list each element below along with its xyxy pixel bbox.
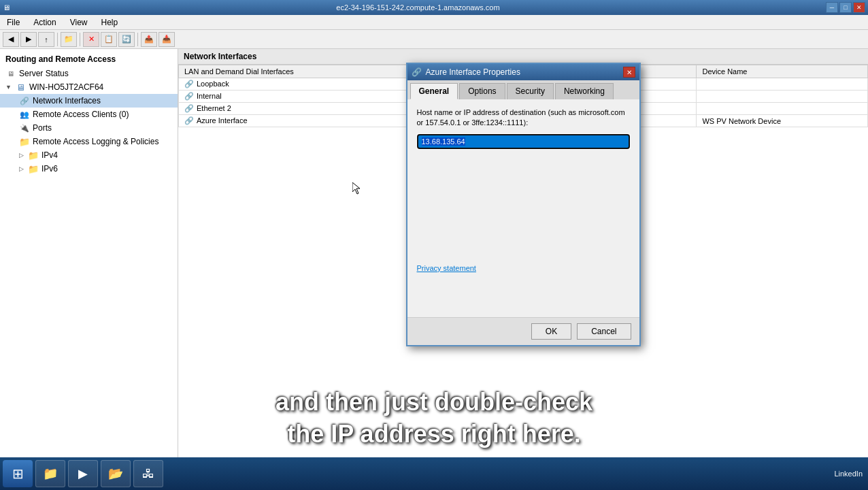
sidebar-label-ports: Ports bbox=[33, 123, 52, 133]
logging-icon: 📁 bbox=[19, 136, 30, 147]
toolbar: ◀ ▶ ↑ 📁 ✕ 📋 🔄 📤 📥 bbox=[0, 30, 868, 49]
ipv6-expand-icon: ▷ bbox=[19, 165, 24, 172]
toolbar-up[interactable]: ↑ bbox=[38, 32, 54, 47]
taskbar-linkedin[interactable]: LinkedIn bbox=[831, 468, 865, 479]
sidebar-label-ipv4: IPv4 bbox=[41, 150, 58, 160]
taskbar-network[interactable]: 🖧 bbox=[133, 460, 163, 487]
cancel-button[interactable]: Cancel bbox=[577, 323, 631, 340]
menu-help[interactable]: Help bbox=[97, 16, 122, 29]
menu-bar: File Action View Help bbox=[0, 15, 868, 30]
ipv4-icon: 📁 bbox=[28, 150, 39, 161]
dialog-title-bar: 🔗 Azure Interface Properties ✕ bbox=[407, 64, 639, 80]
taskbar-right: LinkedIn bbox=[831, 468, 865, 479]
taskbar-folder[interactable]: 📂 bbox=[101, 460, 131, 487]
menu-file[interactable]: File bbox=[3, 16, 24, 29]
menu-action[interactable]: Action bbox=[29, 16, 60, 29]
sidebar-label-remote-logging: Remote Access Logging & Policies bbox=[33, 137, 158, 146]
toolbar-properties[interactable]: 📋 bbox=[101, 32, 117, 47]
privacy-statement-link[interactable]: Privacy statement bbox=[417, 264, 476, 272]
toolbar-sep1 bbox=[57, 33, 58, 46]
maximize-button[interactable]: □ bbox=[839, 2, 852, 13]
tab-options[interactable]: Options bbox=[459, 83, 505, 99]
ports-icon: 🔌 bbox=[19, 122, 30, 133]
sidebar-item-network-interfaces[interactable]: 🔗 Network Interfaces bbox=[0, 94, 178, 108]
toolbar-back[interactable]: ◀ bbox=[3, 32, 19, 47]
net-interfaces-icon: 🔗 bbox=[19, 95, 30, 106]
toolbar-import[interactable]: 📥 bbox=[158, 32, 175, 47]
sidebar-label-server-status: Server Status bbox=[19, 69, 69, 78]
sidebar-label-ipv6: IPv6 bbox=[41, 164, 58, 174]
sidebar-item-server-status[interactable]: 🖥 Server Status bbox=[0, 67, 178, 80]
title-bar: 🖥 ec2-34-196-151-242.compute-1.amazonaws… bbox=[0, 0, 868, 15]
server-icon: 🖥 bbox=[5, 68, 16, 79]
tab-networking[interactable]: Networking bbox=[555, 83, 614, 99]
close-button[interactable]: ✕ bbox=[853, 2, 865, 13]
title-bar-controls[interactable]: ─ □ ✕ bbox=[826, 2, 865, 13]
sidebar-label-computer: WIN-HO5JT2ACF64 bbox=[29, 82, 103, 92]
dialog-overlay: 🔗 Azure Interface Properties ✕ General O… bbox=[178, 49, 868, 457]
start-button[interactable]: ⊞ bbox=[3, 460, 33, 487]
taskbar-file-explorer[interactable]: 📁 bbox=[35, 460, 65, 487]
remote-clients-icon: 👥 bbox=[19, 109, 30, 120]
ipv4-expand-icon: ▷ bbox=[19, 152, 24, 159]
taskbar: ⊞ 📁 ▶ 📂 🖧 LinkedIn bbox=[0, 457, 868, 490]
toolbar-export[interactable]: 📤 bbox=[141, 32, 157, 47]
expand-icon: ▼ bbox=[5, 84, 12, 91]
title-bar-title: ec2-34-196-151-242.compute-1.amazonaws.c… bbox=[10, 3, 826, 12]
sidebar-item-remote-access-clients[interactable]: 👥 Remote Access Clients (0) bbox=[0, 108, 178, 121]
taskbar-terminal[interactable]: ▶ bbox=[68, 460, 98, 487]
sidebar-item-ipv4[interactable]: ▷ 📁 IPv4 bbox=[0, 148, 178, 162]
sidebar-title: Routing and Remote Access bbox=[0, 52, 178, 67]
toolbar-sep2 bbox=[80, 33, 80, 46]
dialog-close-button[interactable]: ✕ bbox=[623, 67, 635, 78]
minimize-button[interactable]: ─ bbox=[826, 2, 838, 13]
sidebar-label-network-interfaces: Network Interfaces bbox=[33, 96, 101, 105]
app-icon: 🖥 bbox=[3, 3, 10, 12]
toolbar-forward[interactable]: ▶ bbox=[20, 32, 37, 47]
ok-button[interactable]: OK bbox=[531, 323, 571, 340]
content-area: Network Interfaces LAN and Demand Dial I… bbox=[178, 49, 868, 457]
dialog-description: Host name or IP address of destination (… bbox=[417, 108, 630, 129]
main-area: Routing and Remote Access 🖥 Server Statu… bbox=[0, 49, 868, 457]
dialog-bottom-bar: OK Cancel bbox=[407, 317, 639, 345]
sidebar: Routing and Remote Access 🖥 Server Statu… bbox=[0, 49, 178, 457]
menu-view[interactable]: View bbox=[66, 16, 92, 29]
computer-icon: 🖥 bbox=[16, 82, 27, 93]
azure-properties-dialog: 🔗 Azure Interface Properties ✕ General O… bbox=[406, 63, 641, 346]
title-bar-left: 🖥 bbox=[3, 3, 10, 12]
dialog-content: Host name or IP address of destination (… bbox=[407, 99, 639, 317]
ip-address-input[interactable] bbox=[417, 134, 630, 149]
toolbar-delete[interactable]: ✕ bbox=[83, 32, 99, 47]
dialog-title-icon: 🔗 bbox=[412, 67, 422, 77]
dialog-tabs: General Options Security Networking bbox=[407, 80, 639, 99]
sidebar-item-remote-logging[interactable]: 📁 Remote Access Logging & Policies bbox=[0, 135, 178, 148]
sidebar-item-computer[interactable]: ▼ 🖥 WIN-HO5JT2ACF64 bbox=[0, 80, 178, 94]
ipv6-icon: 📁 bbox=[28, 163, 39, 174]
dialog-title: Azure Interface Properties bbox=[426, 67, 520, 77]
sidebar-label-remote-clients: Remote Access Clients (0) bbox=[33, 110, 129, 119]
sidebar-item-ipv6[interactable]: ▷ 📁 IPv6 bbox=[0, 162, 178, 176]
toolbar-folder[interactable]: 📁 bbox=[61, 32, 77, 47]
tab-general[interactable]: General bbox=[410, 83, 458, 99]
toolbar-refresh[interactable]: 🔄 bbox=[118, 32, 135, 47]
dialog-title-left: 🔗 Azure Interface Properties bbox=[412, 67, 520, 77]
tab-security[interactable]: Security bbox=[507, 83, 554, 99]
sidebar-item-ports[interactable]: 🔌 Ports bbox=[0, 121, 178, 135]
toolbar-sep3 bbox=[137, 33, 138, 46]
